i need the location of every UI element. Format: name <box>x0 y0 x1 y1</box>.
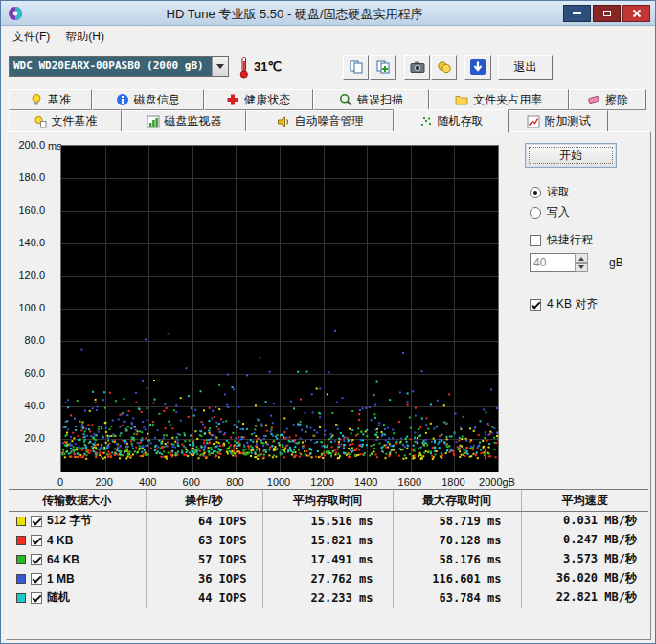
row-checkbox[interactable] <box>31 573 42 585</box>
screenshot-button[interactable] <box>404 55 430 80</box>
speed-value: 36.020 MB/秒 <box>521 569 648 588</box>
iops-value: 64 IOPS <box>146 512 262 531</box>
write-radio-label: 写入 <box>547 204 570 220</box>
row-checkbox[interactable] <box>31 535 42 546</box>
spin-down-button[interactable] <box>575 263 588 272</box>
legend-swatch <box>16 555 26 564</box>
spin-up-button[interactable] <box>575 253 588 263</box>
short-stroke-checkbox[interactable]: 快捷行程 <box>530 232 593 248</box>
thermometer-icon <box>238 56 250 79</box>
tab-health[interactable]: 健康状态 <box>204 89 314 110</box>
kb-align-label: 4 KB 对齐 <box>547 296 598 312</box>
download-arrow-icon <box>469 58 486 76</box>
y-tick-label: 200.0 <box>7 139 45 150</box>
tab-label: 附加测试 <box>545 113 591 129</box>
row-checkbox[interactable] <box>31 592 42 604</box>
read-radio-control <box>530 187 541 198</box>
tab-label: 错误扫描 <box>357 92 403 108</box>
tab-aam[interactable]: 自动噪音管理 <box>246 110 394 132</box>
row-label: 64 KB <box>47 553 79 566</box>
menu-file[interactable]: 文件(F) <box>5 27 57 47</box>
x-tick-label: 800 <box>226 476 243 488</box>
y-tick-label: 20.0 <box>7 432 45 444</box>
row-checkbox[interactable] <box>31 554 42 565</box>
short-stroke-label: 快捷行程 <box>547 232 593 248</box>
tab-error-scan[interactable]: 错误扫描 <box>313 89 429 110</box>
options-button[interactable] <box>431 55 457 80</box>
short-stroke-checkbox-control <box>530 235 541 246</box>
tab-disk-info[interactable]: 磁盘信息 <box>92 89 204 110</box>
coins-icon <box>437 59 452 75</box>
menu-help[interactable]: 帮助(H) <box>57 27 112 47</box>
y-tick-label: 60.0 <box>7 367 45 379</box>
copy-icon <box>349 59 364 75</box>
speaker-icon <box>277 115 290 128</box>
short-stroke-size-row: gB <box>530 253 623 272</box>
row-checkbox[interactable] <box>31 516 42 527</box>
close-button[interactable] <box>622 5 650 22</box>
toolbar: WDC WD20EARX-00PASB0 (2000 gB) 31℃ <box>1 46 655 88</box>
folder-icon <box>455 93 468 106</box>
lightbulb-icon <box>30 93 43 106</box>
close-icon <box>632 9 642 18</box>
tab-folder-usage[interactable]: 文件夹占用率 <box>429 89 569 110</box>
copy-results-button[interactable] <box>343 55 369 80</box>
random-access-panel: ms 200.0180.0160.0140.0120.0100.080.060.… <box>6 131 651 640</box>
exit-button-label: 退出 <box>514 59 537 76</box>
x-tick-label: 200 <box>95 476 112 488</box>
short-stroke-unit-label: gB <box>609 256 623 269</box>
table-row: 512 字节 64 IOPS 15.516 ms 58.719 ms 0.031… <box>9 512 648 531</box>
x-tick-label: 400 <box>139 476 156 488</box>
tab-extra-tests[interactable]: 附加测试 <box>509 110 608 132</box>
chevron-down-icon[interactable] <box>212 57 228 76</box>
tab-label: 自动噪音管理 <box>295 113 364 129</box>
access-time-chart <box>60 145 499 472</box>
iops-value: 63 IOPS <box>146 531 262 550</box>
speed-value: 22.821 MB/秒 <box>521 588 648 608</box>
tab-benchmark[interactable]: 基准 <box>9 89 92 110</box>
short-stroke-input[interactable] <box>530 253 576 272</box>
app-logo-icon <box>8 6 23 21</box>
app-window: HD Tune 专业版 5.50 - 硬盘/固态硬盘实用程序 文件(F) 帮助(… <box>0 0 656 644</box>
avg-time-value: 15.516 ms <box>262 512 393 531</box>
copy-add-button[interactable] <box>370 55 396 80</box>
tab-label: 磁盘信息 <box>134 92 180 108</box>
tab-label: 基准 <box>48 92 71 108</box>
table-row: 1 MB 36 IOPS 27.762 ms 116.601 ms 36.020… <box>9 569 648 588</box>
maximize-button[interactable] <box>593 5 621 22</box>
row-label: 随机 <box>47 589 70 606</box>
avg-time-value: 17.491 ms <box>262 550 393 569</box>
read-radio[interactable]: 读取 <box>530 184 570 200</box>
tab-label: 随机存取 <box>438 113 484 129</box>
tab-label: 磁盘监视器 <box>165 113 222 129</box>
monitor-bars-icon <box>147 115 160 128</box>
tab-disk-monitor[interactable]: 磁盘监视器 <box>122 110 246 132</box>
header-avg-access-time: 平均存取时间 <box>262 490 393 512</box>
x-axis-labels: 0200400600800100012001400160018002000gB <box>60 476 497 490</box>
write-radio[interactable]: 写入 <box>530 204 570 220</box>
window-controls <box>563 5 650 22</box>
read-radio-label: 读取 <box>547 184 570 200</box>
extra-tests-icon <box>527 115 540 128</box>
tab-erase[interactable]: 擦除 <box>569 89 646 110</box>
update-button[interactable] <box>464 55 491 80</box>
tab-label: 擦除 <box>605 92 628 108</box>
minimize-icon <box>573 12 581 14</box>
scatter-canvas <box>61 146 498 472</box>
temperature-label: 31℃ <box>254 59 282 74</box>
tab-random-access[interactable]: 随机存取 <box>394 109 509 133</box>
drive-select[interactable]: WDC WD20EARX-00PASB0 (2000 gB) <box>9 56 229 77</box>
window-title: HD Tune 专业版 5.50 - 硬盘/固态硬盘实用程序 <box>39 6 550 23</box>
titlebar: HD Tune 专业版 5.50 - 硬盘/固态硬盘实用程序 <box>1 1 655 26</box>
minimize-button[interactable] <box>563 5 591 22</box>
y-tick-label: 120.0 <box>7 269 45 281</box>
kb-align-checkbox[interactable]: 4 KB 对齐 <box>530 296 598 312</box>
short-stroke-stepper <box>575 253 588 272</box>
start-button[interactable]: 开始 <box>525 143 617 168</box>
info-icon <box>116 93 129 106</box>
x-tick-label: 1600 <box>398 476 421 488</box>
x-tick-label: 1400 <box>354 476 377 488</box>
exit-button[interactable]: 退出 <box>498 55 553 80</box>
file-benchmark-icon <box>34 115 47 128</box>
tab-file-benchmark[interactable]: 文件基准 <box>9 110 122 132</box>
